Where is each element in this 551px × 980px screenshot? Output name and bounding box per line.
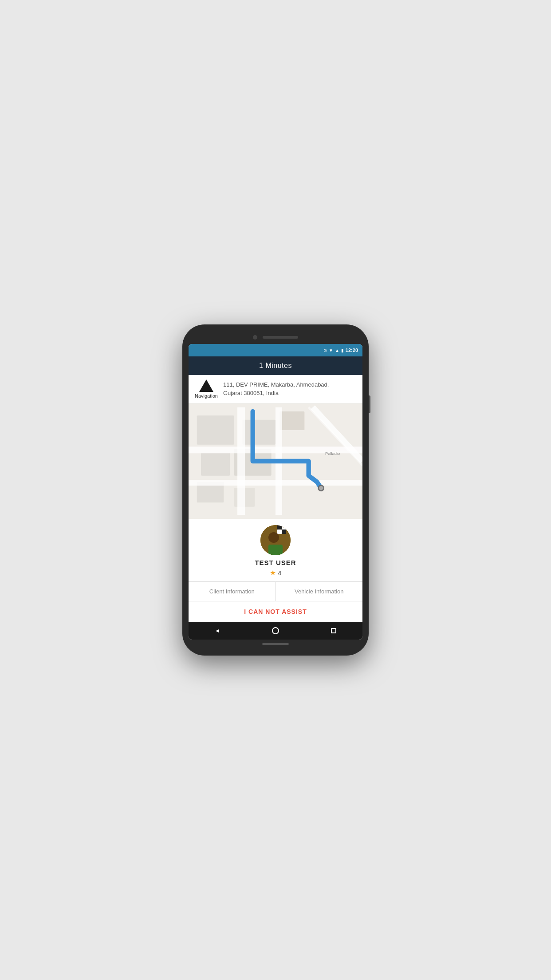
header-bar: 1 Minutes [189, 356, 362, 375]
svg-rect-3 [279, 411, 304, 430]
home-button[interactable] [272, 627, 279, 634]
svg-text:Palladio: Palladio [325, 451, 340, 456]
navigation-address: 111, DEV PRIME, Makarba, Ahmedabad,Gujar… [223, 381, 329, 397]
phone-bottom [189, 640, 362, 648]
home-indicator [262, 643, 289, 645]
battery-icon: ▮ [341, 348, 344, 353]
map-area[interactable]: Palladio [189, 403, 362, 519]
svg-rect-1 [197, 415, 234, 444]
svg-rect-24 [268, 545, 283, 555]
location-icon: ⊙ [323, 348, 327, 353]
svg-point-16 [319, 486, 323, 490]
info-tabs: Client Information Vehicle Information [189, 581, 362, 601]
map-svg: Palladio [189, 403, 362, 519]
navigation-label: Navigation [195, 393, 218, 399]
recents-button[interactable] [331, 628, 336, 633]
cannot-assist-label: I CAN NOT ASSIST [244, 608, 307, 615]
svg-point-23 [268, 532, 279, 543]
back-button[interactable] [215, 628, 220, 634]
side-button [369, 395, 370, 413]
camera [253, 335, 257, 340]
svg-rect-11 [189, 480, 362, 486]
phone-top [189, 332, 362, 344]
status-time: 12:20 [346, 348, 358, 353]
bottom-navigation [189, 622, 362, 640]
driver-name: TEST USER [255, 559, 296, 566]
signal-icon: ▲ [335, 348, 339, 353]
phone-frame: ⊙ ▼ ▲ ▮ 12:20 1 Minutes Navigation 111, … [182, 324, 369, 656]
svg-rect-22 [282, 530, 286, 534]
cannot-assist-button[interactable]: I CAN NOT ASSIST [189, 601, 362, 622]
svg-rect-4 [201, 453, 230, 475]
speaker [263, 336, 298, 339]
svg-rect-8 [237, 407, 245, 515]
driver-section: TEST USER ★ 4 [189, 519, 362, 581]
rating-row: ★ 4 [270, 569, 282, 577]
avatar-image [260, 525, 291, 555]
wifi-icon: ▼ [329, 348, 333, 353]
rating-number: 4 [278, 569, 282, 577]
navigation-icon-container: Navigation [195, 379, 218, 399]
navigation-section: Navigation 111, DEV PRIME, Makarba, Ahme… [189, 375, 362, 403]
svg-rect-21 [277, 530, 282, 534]
client-information-tab[interactable]: Client Information [189, 582, 276, 601]
driver-avatar [260, 525, 291, 555]
svg-rect-2 [242, 420, 276, 445]
vehicle-information-tab[interactable]: Vehicle Information [276, 582, 363, 601]
page-title: 1 Minutes [259, 362, 292, 370]
screen: ⊙ ▼ ▲ ▮ 12:20 1 Minutes Navigation 111, … [189, 344, 362, 640]
navigation-triangle-icon [199, 379, 213, 392]
status-bar: ⊙ ▼ ▲ ▮ 12:20 [189, 344, 362, 356]
svg-rect-19 [277, 525, 282, 530]
svg-rect-20 [282, 525, 286, 530]
star-icon: ★ [270, 569, 276, 577]
